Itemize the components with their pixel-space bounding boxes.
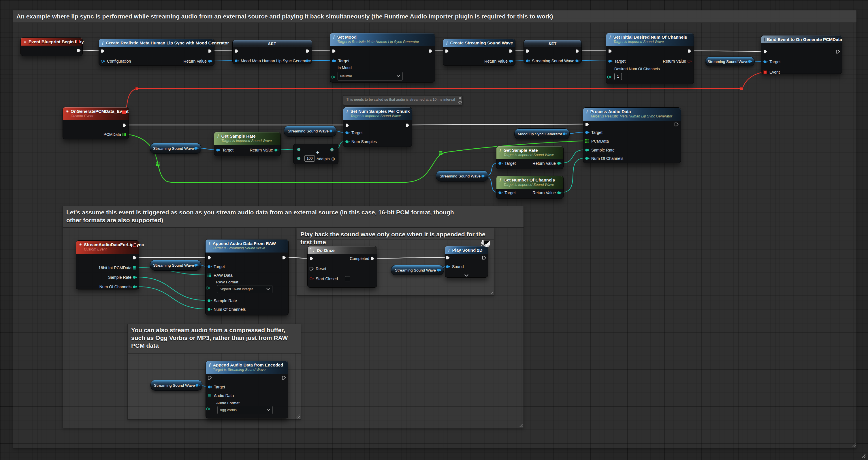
input-pin[interactable] [297,147,301,153]
output-pin-exec[interactable] [509,49,514,54]
node-header[interactable]: ƒGet Number Of ChannelsTarget is Importe… [496,176,563,189]
comment-resize-handle[interactable] [519,423,523,427]
output-pin[interactable] [687,59,692,64]
input-pin[interactable] [498,161,503,167]
value-input[interactable]: 100 [304,155,315,162]
get-sample-rate-left[interactable]: ƒGet Sample RateTarget is Imported Sound… [214,132,281,156]
input-pin[interactable] [206,286,211,291]
append-audio-data-from-encoded[interactable]: ƒAppend Audio Data from EncodedTarget is… [206,361,288,419]
input-pin-exec[interactable] [608,49,613,54]
output-pin-exec[interactable] [282,376,286,381]
node-header[interactable]: ƒGet Sample RateTarget is Imported Sound… [214,132,280,145]
input-pin[interactable] [331,75,336,80]
node-header[interactable]: ƒGet Sample RateTarget is Imported Sound… [496,146,563,159]
node-header[interactable]: ƒCreate Streaming Sound Wave [443,39,515,47]
input-pin-exec[interactable] [309,257,314,262]
output-pin-exec[interactable] [208,49,213,54]
add-pin-button[interactable]: Add pin⊕ [316,157,335,161]
set-initial-desired-num-channels[interactable]: ƒSet Initial Desired Num Of ChannelsTarg… [606,33,694,84]
pill-streaming-sound-wave-b1[interactable]: Streaming Sound Wave [150,260,201,271]
create-streaming-sound-wave[interactable]: ƒCreate Streaming Sound WaveReturn Value [443,39,516,66]
reroute-node[interactable] [439,151,442,156]
input-pin[interactable] [208,385,213,390]
expand-advanced-chevron[interactable] [464,273,469,278]
node-header[interactable]: SET [524,40,582,47]
node-header[interactable]: 1→Do Once [308,247,377,254]
append-audio-data-from-raw[interactable]: ƒAppend Audio Data From RAWTarget is Str… [205,239,288,315]
input-pin[interactable] [216,148,221,153]
output-pin-exec[interactable] [405,123,410,128]
comment-title-bar[interactable]: Let's assume this event is triggered as … [63,206,524,228]
input-pin-exec[interactable] [309,267,314,272]
input-pin[interactable] [309,277,314,282]
variable-output-pin[interactable] [195,383,200,388]
node-header[interactable]: ƒCreate Realistic Meta Human Lip Sync wi… [99,39,214,47]
input-pin-exec[interactable] [526,49,530,54]
variable-output-pin[interactable] [481,174,486,179]
play-sound-2d[interactable]: ƒPlay Sound 2DSound [445,246,488,278]
input-pin-exec[interactable] [763,50,768,55]
output-pin[interactable] [330,148,334,153]
set-num-samples-per-chunk[interactable]: ƒSet Num Samples Per ChunkTarget is Impo… [343,107,412,147]
comment-title-bar[interactable]: You can also stream audio from a compres… [128,324,301,353]
variable-output-pin[interactable] [194,146,199,151]
input-pin-exec[interactable] [208,376,212,381]
variable-output-pin[interactable] [748,59,753,64]
variable-output-pin[interactable] [329,129,334,134]
node-header[interactable]: ◈Event Blueprint Begin Play [21,38,83,46]
event-delegate-pin[interactable] [133,243,136,247]
do-once[interactable]: 1→Do OnceCompletedResetStart Closed [307,246,377,288]
enum-dropdown[interactable]: ogg vorbis [217,406,273,414]
output-pin[interactable] [133,275,137,281]
event-begin-play[interactable]: ◈Event Blueprint Begin Play [21,37,83,56]
variable-output-pin[interactable] [562,132,567,137]
node-header[interactable]: ƒAppend Audio Data From RAWTarget is Str… [206,239,288,253]
pill-streaming-sound-wave-top[interactable]: Streaming Sound Wave [705,57,755,66]
node-comment-bubble[interactable]: This needs to be called so that audio is… [343,95,462,105]
comment-title-bar[interactable]: An example where lip sync is performed w… [13,10,857,23]
input-pin[interactable] [235,59,239,64]
output-pin[interactable] [208,59,213,64]
set-mood[interactable]: ƒSet MoodTarget is Realistic Meta Human … [330,33,435,83]
variable-output-pin[interactable] [194,263,199,268]
enum-dropdown[interactable]: Neutral [338,72,403,81]
pill-streaming-sound-wave-mid[interactable]: Streaming Sound Wave [284,125,336,137]
reroute-node[interactable] [135,87,138,90]
bool-checkbox[interactable] [345,276,350,281]
input-pin[interactable] [498,191,503,196]
output-pin-exec[interactable] [77,49,81,54]
pill-streaming-sound-wave-right[interactable]: Streaming Sound Wave [436,171,488,181]
input-pin[interactable] [585,148,590,153]
input-pin-exec[interactable] [207,256,212,261]
input-pin[interactable] [585,156,590,162]
pill-streaming-sound-wave-b2[interactable]: Streaming Sound Wave [391,265,444,275]
comment-resize-handle[interactable] [851,443,856,447]
output-pin[interactable] [306,59,310,64]
input-pin[interactable] [608,59,613,64]
output-pin[interactable] [133,266,137,271]
set-mood-generator-var[interactable]: SETMood Meta Human Lip Sync Generator [232,40,312,64]
output-pin[interactable] [122,133,127,138]
input-pin[interactable] [206,407,211,412]
input-pin-exec[interactable] [235,49,239,54]
input-pin[interactable] [207,299,212,304]
pill-streaming-sound-wave-left[interactable]: Streaming Sound Wave [150,143,201,154]
input-pin[interactable] [101,59,105,64]
divide-node[interactable]: 100÷Add pin⊕ [293,144,338,164]
pill-mood-lip-sync-generator[interactable]: Mood Lip Sync Generator [514,128,570,139]
input-pin-exec[interactable] [445,49,450,54]
node-header[interactable]: ƒSet Num Samples Per ChunkTarget is Impo… [343,107,412,120]
input-pin[interactable] [585,131,590,136]
input-pin[interactable] [207,307,212,313]
bind-event-on-generate-pcmdata[interactable]: Bind Event to On Generate PCMDataTargetE… [761,35,842,74]
output-pin-exec[interactable] [674,122,679,127]
node-header[interactable]: ◈OnGeneratePCMData_EventCustom Event [63,107,129,120]
input-pin-exec[interactable] [446,256,450,261]
output-pin[interactable] [557,161,562,167]
graph-resize-handle[interactable] [861,453,865,458]
input-pin-exec[interactable] [332,49,336,54]
input-pin-exec[interactable] [345,123,350,128]
output-pin[interactable] [274,148,279,153]
input-pin[interactable] [332,59,337,64]
input-pin[interactable] [763,60,768,65]
